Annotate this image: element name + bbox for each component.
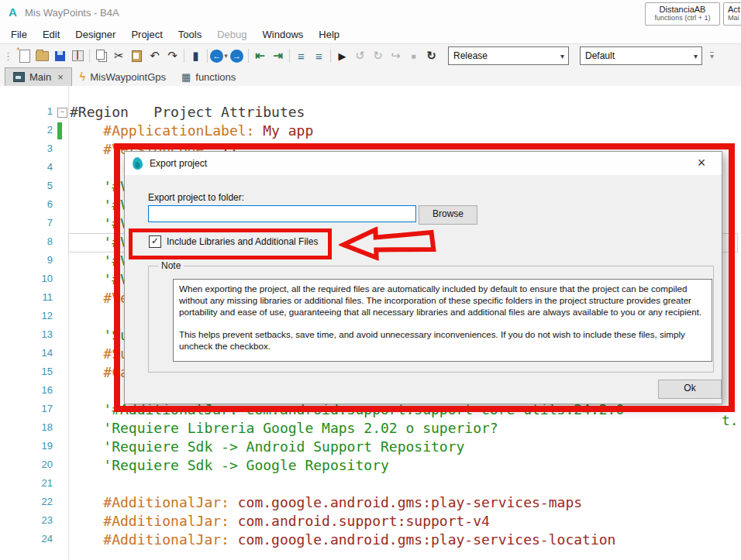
cut-button[interactable]: ✂ — [110, 47, 128, 64]
menu-file[interactable]: File — [3, 27, 35, 42]
step-out-button[interactable]: ↪ — [387, 47, 405, 64]
undo-button[interactable]: ↶ — [146, 47, 164, 64]
annotation-arrow-left — [338, 225, 436, 262]
toolbar-grip[interactable]: ⋮ — [3, 50, 13, 62]
code-text: #Region Project Attributes — [70, 103, 305, 122]
quick-nav-title: DistanciaAB — [646, 5, 719, 14]
code-line[interactable]: 19 'Requiere Sdk -> Android Support Repo… — [0, 438, 741, 456]
code-line[interactable]: 24 #AdditionalJar: com.google.android.gm… — [0, 531, 741, 549]
ui-configuration-combo[interactable]: Default ▾ — [580, 46, 702, 65]
code-line[interactable]: 23 #AdditionalJar: com.android.support:s… — [0, 512, 741, 531]
restart-button[interactable]: ↻ — [422, 47, 440, 64]
line-number: 24 — [0, 533, 53, 545]
step-over-button[interactable]: ↻ — [369, 47, 387, 64]
toolbar: ⋮ * ✂ ↶ ↷ ▮ ←▾ → ⇤ ⇥ ≡ ≡ ▶ ↺ ↻ ↪ ■ ↻ Rel… — [0, 43, 741, 68]
menu-designer[interactable]: Designer — [67, 27, 123, 42]
code-text: 'Requiere Sdk -> Google Repository — [70, 456, 389, 475]
code-line[interactable]: 22 #AdditionalJar: com.google.android.gm… — [0, 493, 741, 512]
menu-tools[interactable]: Tools — [171, 27, 209, 42]
line-number: 23 — [0, 514, 53, 526]
code-line[interactable]: 20 'Requiere Sdk -> Google Repository — [0, 456, 741, 475]
line-number: 10 — [0, 273, 53, 284]
b4a-ide-window: A Mis WayPoints - B4A DistanciaAB functi… — [0, 0, 741, 560]
code-line[interactable]: 1−#Region Project Attributes — [0, 103, 741, 122]
title-bar: A Mis WayPoints - B4A DistanciaAB functi… — [0, 0, 741, 26]
line-number: 14 — [0, 347, 53, 359]
document-tab-bar: Main×ϟMisWaypointGps▦functions — [0, 67, 741, 87]
code-line[interactable]: 18 'Requiere Libreria Google Maps 2.02 o… — [0, 419, 741, 438]
toolbar-overflow-button[interactable]: ▾ — [710, 52, 714, 60]
tab-functions[interactable]: ▦functions — [174, 67, 243, 86]
menu-windows[interactable]: Windows — [255, 27, 312, 42]
line-number: 1 — [0, 105, 53, 117]
save-button[interactable] — [51, 47, 69, 64]
grid-icon: ▦ — [181, 71, 191, 83]
line-number: 19 — [0, 440, 53, 452]
quick-nav-distanciaab[interactable]: DistanciaAB functions (ctrl + 1) — [645, 2, 720, 26]
navigate-forward-button[interactable]: → — [228, 47, 246, 64]
line-number: 11 — [0, 291, 53, 303]
tab-miswaypointgps[interactable]: ϟMisWaypointGps — [72, 67, 174, 86]
line-number: 17 — [0, 403, 53, 414]
line-number: 21 — [0, 477, 53, 489]
line-number: 8 — [0, 235, 53, 247]
annotation-rectangle-dialog — [114, 143, 735, 412]
code-line[interactable]: 21 — [0, 475, 741, 493]
menu-edit[interactable]: Edit — [35, 27, 67, 42]
stop-button[interactable]: ■ — [405, 47, 422, 64]
ui-configuration-value: Default — [585, 50, 615, 61]
outdent-button[interactable]: ⇤ — [251, 47, 269, 64]
line-number: 13 — [0, 328, 53, 340]
line-number: 5 — [0, 180, 53, 191]
indent-button[interactable]: ⇥ — [269, 47, 287, 64]
tab-main[interactable]: Main× — [5, 67, 72, 86]
menu-help[interactable]: Help — [311, 27, 347, 42]
quick-nav-activity[interactable]: Act Mai — [723, 2, 741, 26]
export-zip-button[interactable] — [69, 47, 87, 64]
tab-label: Main — [29, 71, 51, 83]
combo-arrow-icon: ▾ — [560, 52, 564, 60]
fold-collapse-icon[interactable]: − — [57, 108, 67, 118]
code-text: #ApplicationLabel: My app — [70, 122, 313, 140]
b4a-logo-icon: A — [9, 5, 17, 19]
annotation-rectangle-checkbox — [129, 228, 332, 259]
uncomment-button[interactable]: ≡ — [310, 47, 328, 64]
lightning-icon: ϟ — [80, 70, 85, 83]
line-number: 15 — [0, 366, 53, 377]
window-title: Mis WayPoints - B4A — [25, 7, 119, 19]
code-line[interactable]: 2 #ApplicationLabel: My app — [0, 122, 741, 140]
navigate-back-button[interactable]: ←▾ — [210, 47, 228, 64]
line-number: 2 — [0, 124, 53, 136]
code-text: #AdditionalJar: com.android.support:supp… — [70, 512, 490, 531]
new-project-button[interactable]: * — [16, 47, 33, 64]
tab-label: functions — [195, 71, 236, 83]
form-icon — [13, 72, 25, 82]
comment-button[interactable]: ≡ — [292, 47, 310, 64]
build-configuration-combo[interactable]: Release ▾ — [448, 46, 569, 65]
redo-button[interactable]: ↷ — [164, 47, 181, 64]
line-number: 4 — [0, 161, 53, 173]
step-into-button[interactable]: ↺ — [351, 47, 369, 64]
line-number: 22 — [0, 496, 53, 507]
line-number: 16 — [0, 384, 53, 396]
tab-close-icon[interactable]: × — [57, 71, 64, 83]
copy-button[interactable] — [92, 47, 110, 64]
menu-project[interactable]: Project — [123, 27, 170, 42]
combo-arrow-icon: ▾ — [694, 52, 698, 60]
quick-nav-title: Act — [728, 5, 741, 14]
open-project-button[interactable] — [33, 47, 51, 64]
line-number: 20 — [0, 459, 53, 470]
paste-button[interactable] — [128, 47, 146, 64]
tab-label: MisWaypointGps — [90, 71, 166, 83]
build-configuration-value: Release — [453, 50, 488, 61]
line-number: 18 — [0, 421, 53, 433]
menu-debug: Debug — [209, 27, 254, 42]
clipped-comment-fragment: t. — [722, 412, 739, 428]
run-button[interactable]: ▶ — [333, 47, 351, 64]
bookmark-button[interactable]: ▮ — [187, 47, 205, 64]
code-text: #AdditionalJar: com.google.android.gms:p… — [70, 493, 582, 512]
line-number: 9 — [0, 254, 53, 266]
line-number: 3 — [0, 143, 53, 154]
code-text: 'Requiere Libreria Google Maps 2.02 o su… — [70, 419, 498, 438]
line-number: 12 — [0, 310, 53, 321]
